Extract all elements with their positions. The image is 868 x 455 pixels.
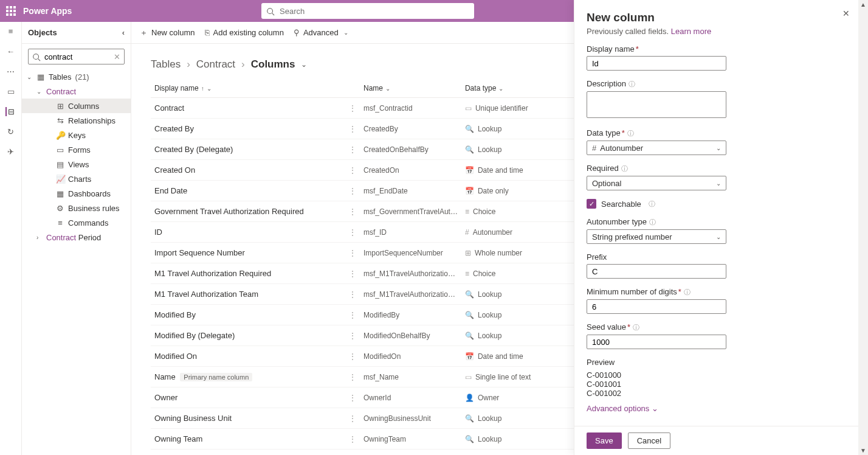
back-icon[interactable]: ← [7,47,15,56]
seed-input[interactable] [587,335,726,349]
info-icon[interactable]: ⓘ [627,130,634,137]
objects-search[interactable]: ✕ [28,49,125,64]
plus-icon: ＋ [140,27,148,38]
tree-contract-period[interactable]: › Contract Period [22,230,131,245]
tree-item-dashboards[interactable]: ▦Dashboards [22,186,131,201]
chevron-down-icon[interactable]: ⌄ [301,60,307,69]
info-icon[interactable]: ⓘ [684,288,691,296]
table-icon: ▦ [36,72,45,82]
learn-more-link[interactable]: Learn more [671,27,711,36]
label-autonumber-type: Autonumber typeⓘ [587,217,846,227]
autonumber-type-select[interactable]: String prefixed number ⌄ [587,229,726,244]
info-icon[interactable]: ⓘ [649,200,655,209]
row-menu-icon[interactable]: ⋮ [345,346,360,367]
search-icon [32,52,41,61]
new-column-button[interactable]: ＋New column [140,27,195,38]
row-menu-icon[interactable]: ⋮ [345,181,360,201]
row-menu-icon[interactable]: ⋮ [345,408,360,429]
waffle-icon[interactable] [6,6,16,16]
tree-label: Contract [46,87,76,96]
row-menu-icon[interactable]: ⋮ [345,222,360,243]
add-existing-column-button[interactable]: ⎘Add existing column [205,28,284,37]
cell-display-name: M1 Travel Authorization Required [151,263,345,284]
row-menu-icon[interactable]: ⋮ [345,284,360,305]
tree-item-commands[interactable]: ≡Commands [22,215,131,230]
global-search-input[interactable] [278,6,469,16]
type-icon: 🔍 [465,414,474,423]
rocket-icon[interactable]: ✈ [7,147,14,156]
collapse-panel-icon[interactable]: ‹ [122,28,125,37]
row-menu-icon[interactable]: ⋮ [345,305,360,325]
col-name[interactable]: Name⌄ [360,79,461,98]
item-icon: ⚙ [56,204,64,213]
info-icon[interactable]: ⓘ [649,218,656,226]
info-icon[interactable]: ⓘ [621,165,628,172]
app-icon[interactable]: ⋯ [7,67,15,76]
crumb-contract[interactable]: Contract [196,58,235,71]
type-icon: 🔍 [465,125,474,133]
tree-item-keys[interactable]: 🔑Keys [22,128,131,142]
row-menu-icon[interactable]: ⋮ [345,243,360,263]
menu-icon[interactable]: ≡ [9,27,13,36]
row-menu-icon[interactable]: ⋮ [345,367,360,387]
tree-item-charts[interactable]: 📈Charts [22,172,131,186]
tree-item-business-rules[interactable]: ⚙Business rules [22,201,131,215]
item-icon: ≡ [56,218,64,228]
cell-display-name: Owning Team [151,429,345,450]
tree-label: Commands [68,218,108,228]
data-icon[interactable]: ▭ [7,87,15,96]
objects-search-input[interactable] [43,52,114,62]
tree-label: Relationships [68,116,115,125]
label-seed: Seed value*ⓘ [587,322,846,332]
tree-item-views[interactable]: ▤Views [22,157,131,172]
chevron-down-icon: ⌄ [716,234,721,240]
type-icon: 🔍 [465,145,474,154]
close-icon[interactable]: ✕ [842,9,850,18]
save-button[interactable]: Save [587,432,622,449]
row-menu-icon[interactable]: ⋮ [345,98,360,119]
row-menu-icon[interactable]: ⋮ [345,429,360,450]
display-name-input[interactable] [587,56,726,71]
tree-label: Tables [49,72,72,82]
chevron-down-icon: ⌄ [652,404,658,413]
cancel-button[interactable]: Cancel [628,432,670,449]
global-search[interactable] [261,3,474,19]
description-input[interactable] [587,91,726,118]
tree-contract[interactable]: ⌄ Contract [22,84,131,99]
required-select[interactable]: Optional ⌄ [587,176,726,190]
min-digits-input[interactable] [587,299,726,314]
add-existing-icon: ⎘ [205,28,210,37]
clear-search-icon[interactable]: ✕ [114,52,120,61]
tree-tables[interactable]: ⌄ ▦ Tables (21) [22,69,131,84]
row-menu-icon[interactable]: ⋮ [345,139,360,160]
item-icon: 📈 [56,175,64,184]
crumb-tables[interactable]: Tables [151,58,181,71]
window-scrollbar[interactable]: ▲▼ [858,0,868,455]
type-icon: # [465,228,469,237]
info-icon[interactable]: ⓘ [633,324,639,331]
row-menu-icon[interactable]: ⋮ [345,119,360,139]
item-icon: 🔑 [56,131,64,140]
row-menu-icon[interactable]: ⋮ [345,201,360,222]
prefix-input[interactable] [587,264,726,279]
tree-item-forms[interactable]: ▭Forms [22,142,131,157]
tables-rail-icon[interactable]: ⊟ [5,107,15,116]
item-icon: ⇆ [56,116,64,125]
chevron-down-icon: ⌄ [207,85,212,92]
row-menu-icon[interactable]: ⋮ [345,263,360,284]
searchable-checkbox[interactable]: ✓ Searchable ⓘ [587,199,846,209]
advanced-options-toggle[interactable]: Advanced options⌄ [587,404,846,413]
cell-name: OwningTeam [360,429,461,450]
col-display[interactable]: Display name↑⌄ [151,79,345,98]
row-menu-icon[interactable]: ⋮ [345,325,360,346]
tree-item-columns[interactable]: ⊞Columns [22,99,131,113]
tree-item-relationships[interactable]: ⇆Relationships [22,113,131,128]
history-icon[interactable]: ↻ [7,127,14,136]
datatype-select[interactable]: #Autonumber ⌄ [587,141,726,155]
row-menu-icon[interactable]: ⋮ [345,387,360,408]
advanced-menu[interactable]: ⚲Advanced⌄ [294,28,348,37]
search-icon [266,6,275,16]
row-menu-icon[interactable]: ⋮ [345,160,360,181]
svg-line-3 [38,58,41,61]
info-icon[interactable]: ⓘ [629,80,635,88]
